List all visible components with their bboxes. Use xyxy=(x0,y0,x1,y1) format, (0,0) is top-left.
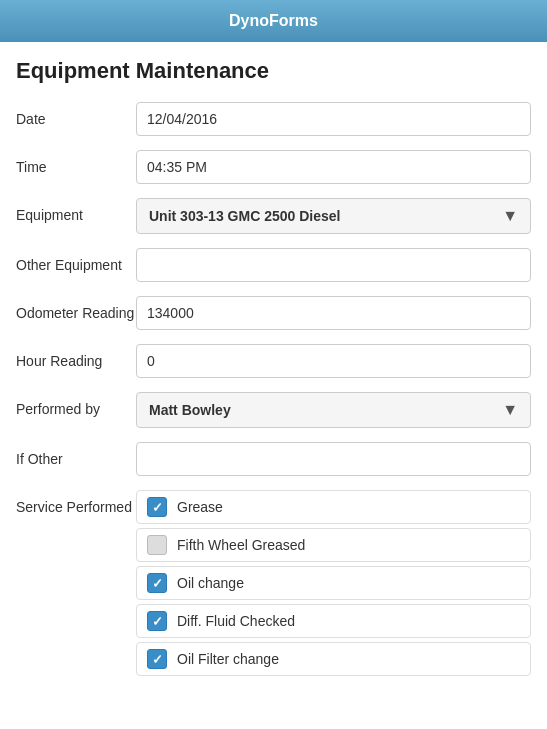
equipment-value: Unit 303-13 GMC 2500 Diesel xyxy=(149,208,340,224)
list-item[interactable]: Diff. Fluid Checked xyxy=(136,604,531,638)
service-row: Service Performed GreaseFifth Wheel Grea… xyxy=(16,490,531,676)
equipment-dropdown[interactable]: Unit 303-13 GMC 2500 Diesel ▼ xyxy=(136,198,531,234)
service-label: Service Performed xyxy=(16,490,136,516)
list-item[interactable]: Oil Filter change xyxy=(136,642,531,676)
checkbox-4[interactable] xyxy=(147,649,167,669)
checkbox-1[interactable] xyxy=(147,535,167,555)
header: DynoForms xyxy=(0,0,547,42)
list-item[interactable]: Oil change xyxy=(136,566,531,600)
chevron-down-icon: ▼ xyxy=(502,401,518,419)
checkbox-2[interactable] xyxy=(147,573,167,593)
date-input[interactable] xyxy=(136,102,531,136)
page-title: Equipment Maintenance xyxy=(16,58,531,84)
performed-by-value: Matt Bowley xyxy=(149,402,231,418)
date-label: Date xyxy=(16,102,136,128)
time-input[interactable] xyxy=(136,150,531,184)
checkbox-label: Fifth Wheel Greased xyxy=(177,537,305,553)
odometer-row: Odometer Reading xyxy=(16,296,531,330)
header-title: DynoForms xyxy=(229,12,318,29)
checkbox-3[interactable] xyxy=(147,611,167,631)
if-other-field[interactable] xyxy=(136,442,531,476)
if-other-input[interactable] xyxy=(136,442,531,476)
checkbox-label: Grease xyxy=(177,499,223,515)
chevron-down-icon: ▼ xyxy=(502,207,518,225)
equipment-label: Equipment xyxy=(16,198,136,224)
list-item[interactable]: Grease xyxy=(136,490,531,524)
other-equipment-field[interactable] xyxy=(136,248,531,282)
performed-by-select[interactable]: Matt Bowley ▼ xyxy=(136,392,531,428)
checkbox-label: Oil change xyxy=(177,575,244,591)
other-equipment-row: Other Equipment xyxy=(16,248,531,282)
hour-row: Hour Reading xyxy=(16,344,531,378)
if-other-label: If Other xyxy=(16,442,136,468)
hour-input[interactable] xyxy=(136,344,531,378)
odometer-label: Odometer Reading xyxy=(16,296,136,322)
checkbox-label: Oil Filter change xyxy=(177,651,279,667)
hour-label: Hour Reading xyxy=(16,344,136,370)
time-label: Time xyxy=(16,150,136,176)
performed-by-row: Performed by Matt Bowley ▼ xyxy=(16,392,531,428)
performed-by-label: Performed by xyxy=(16,392,136,418)
list-item[interactable]: Fifth Wheel Greased xyxy=(136,528,531,562)
date-row: Date xyxy=(16,102,531,136)
other-equipment-label: Other Equipment xyxy=(16,248,136,274)
time-field[interactable] xyxy=(136,150,531,184)
checkbox-label: Diff. Fluid Checked xyxy=(177,613,295,629)
odometer-input[interactable] xyxy=(136,296,531,330)
hour-field[interactable] xyxy=(136,344,531,378)
equipment-select[interactable]: Unit 303-13 GMC 2500 Diesel ▼ xyxy=(136,198,531,234)
performed-by-dropdown[interactable]: Matt Bowley ▼ xyxy=(136,392,531,428)
other-equipment-input[interactable] xyxy=(136,248,531,282)
date-field[interactable] xyxy=(136,102,531,136)
odometer-field[interactable] xyxy=(136,296,531,330)
time-row: Time xyxy=(16,150,531,184)
service-checkbox-group: GreaseFifth Wheel GreasedOil changeDiff.… xyxy=(136,490,531,676)
checkbox-0[interactable] xyxy=(147,497,167,517)
if-other-row: If Other xyxy=(16,442,531,476)
equipment-row: Equipment Unit 303-13 GMC 2500 Diesel ▼ xyxy=(16,198,531,234)
